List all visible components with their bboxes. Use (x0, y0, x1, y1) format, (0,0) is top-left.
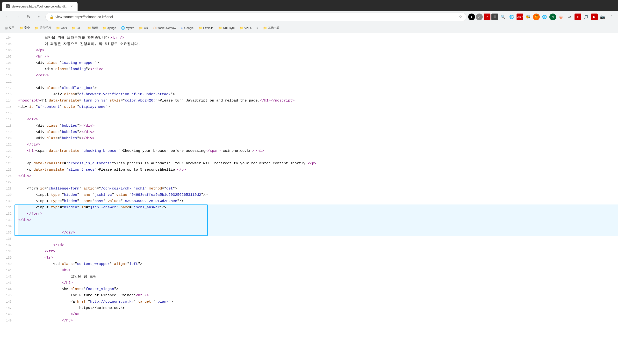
extension-icon-13[interactable]: ● (575, 13, 581, 20)
extension-icon-6[interactable]: 🌐 (508, 13, 515, 21)
bookmark-cd[interactable]: 📁 CD (137, 25, 150, 31)
code-line: </h5> (18, 318, 618, 324)
bookmark-apps[interactable]: ⊞ 应用 (3, 25, 16, 31)
code-line: <div class="loading_wrapper"> (18, 60, 618, 66)
line-number: 140 (2, 261, 12, 267)
code-line: </p> (18, 47, 618, 54)
extension-icon-14[interactable]: 🎵 (582, 13, 590, 21)
bookmark-programming[interactable]: 📁 编程 (85, 25, 100, 31)
bookmark-label: 应用 (9, 26, 14, 30)
more-tools-button[interactable]: ⋮ (607, 13, 615, 21)
code-line: <div class="loading"></div> (18, 66, 618, 73)
code-line: <td class="content_wrapper" align="left"… (18, 261, 618, 267)
bookmark-google[interactable]: G Google (179, 25, 195, 31)
bookmark-more[interactable]: » (255, 25, 260, 31)
line-number: 149 (2, 318, 12, 324)
star-icon[interactable]: ☆ (459, 14, 462, 19)
code-line: <div> (18, 117, 618, 123)
extension-icon-9[interactable]: 🌐 (541, 13, 548, 21)
toolbar-icons: ● A ✕ ☰ 🔍 🌐 ABP 🐝 🍊 🌐 N ◎ //! ● 🎵 ▶ 📷 ⋮ (468, 13, 615, 21)
address-text: view-source:https://coinone.co.kr/landi.… (56, 15, 457, 19)
bookmark-nullbyte[interactable]: 📁 Null Byte (216, 25, 236, 31)
bookmark-exploits[interactable]: 📁 Exploits (196, 25, 215, 31)
bookmark-django[interactable]: 📁 django (101, 25, 118, 31)
code-line: <input type="hidden" name="jschl_vc" val… (18, 192, 618, 198)
extension-icon-8[interactable]: 🍊 (533, 13, 540, 20)
bookmark-v2ex[interactable]: 📁 V2EX (237, 25, 254, 31)
extension-icon-7[interactable]: 🐝 (524, 13, 532, 21)
line-number: 109 (2, 66, 12, 73)
line-number: 122 (2, 148, 12, 154)
folder-icon: 📁 (218, 26, 222, 30)
bookmark-security[interactable]: 📁 安全 (17, 25, 32, 31)
extension-icon-15[interactable]: ▶ (591, 13, 598, 20)
line-number: 139 (2, 255, 12, 261)
code-line (18, 223, 618, 230)
code-line: </div> (18, 173, 618, 179)
line-number: 115 (2, 104, 12, 110)
line-number: 142 (2, 273, 12, 280)
tab-favicon: ⬡ (6, 4, 10, 8)
bookmark-work[interactable]: 📁 work (54, 25, 69, 31)
bookmark-bar: ⊞ 应用 📁 安全 📁 语言学习 📁 work 📁 CTF 📁 编程 📁 dja… (0, 23, 618, 33)
extension-icon-11[interactable]: ◎ (557, 13, 565, 21)
code-line (18, 79, 618, 85)
bookmark-ctf[interactable]: 📁 CTF (70, 25, 84, 31)
code-line: <input type="hidden" id="jschl-answer" n… (18, 205, 618, 211)
extension-icon-12[interactable]: //! (566, 13, 574, 21)
code-line: </div> (18, 230, 618, 236)
active-tab[interactable]: ⬡ view-source:https://coinone.co.kr/land… (2, 2, 77, 11)
code-line: <input type="hidden" name="pass" value="… (18, 198, 618, 205)
code-line: <form id="challenge-form" action="/cdn-c… (18, 186, 618, 192)
line-number: 127 (2, 179, 12, 186)
extension-icon-4[interactable]: ☰ (491, 13, 498, 20)
code-container: 1041051061071081091101111121131141151161… (0, 33, 618, 364)
line-number: 104 (2, 35, 12, 41)
line-number: 137 (2, 242, 12, 248)
code-line: The Future of Finance, Coinone<br /> (18, 292, 618, 299)
line-number: 138 (2, 248, 12, 255)
line-number: 145 (2, 292, 12, 299)
bookmark-label: django (107, 26, 116, 30)
forward-button[interactable]: → (13, 13, 22, 21)
bookmark-label: CD (144, 26, 148, 30)
folder-icon: 📁 (103, 26, 106, 30)
code-line: <div class="bubbles"></div> (18, 129, 618, 135)
extension-icon-16[interactable]: 📷 (599, 13, 606, 21)
code-line: <div class="cloudflare_box"> (18, 85, 618, 91)
bookmark-other[interactable]: 📁 其他书签 (261, 25, 282, 31)
adblock-icon[interactable]: ABP (516, 13, 523, 20)
bookmark-language[interactable]: 📁 语言学习 (33, 25, 53, 31)
toolbar: ← → ↻ ⌂ 🔒 view-source:https://coinone.co… (0, 11, 618, 23)
code-line: <div class="bubbles"></div> (18, 135, 618, 142)
line-number: 147 (2, 305, 12, 311)
code-lines[interactable]: 보안을 위해 브라우저를 확인중입니다.<br /> 이 과정은 자동으로 진행… (14, 33, 618, 364)
address-bar[interactable]: 🔒 view-source:https://coinone.co.kr/land… (45, 13, 466, 21)
code-line: <h2> (18, 267, 618, 273)
bookmark-label: 编程 (92, 26, 98, 30)
code-line: <h1><span data-translate="checking_brows… (18, 148, 618, 154)
extension-icon-10[interactable]: N (549, 13, 556, 20)
bookmark-stackoverflow[interactable]: ⬡ Stack Overflow (151, 25, 178, 31)
line-number: 119 (2, 129, 12, 135)
line-number: 111 (2, 79, 12, 85)
reload-button[interactable]: ↻ (24, 13, 33, 21)
bookmark-mysite[interactable]: 🌐 Mysite (119, 25, 136, 31)
tab-close-button[interactable]: ✕ (69, 4, 74, 8)
code-line: <p data-translate="allow_5_secs">Please … (18, 167, 618, 173)
bookmark-label: Mysite (126, 26, 134, 30)
extension-icon-3[interactable]: ✕ (484, 13, 490, 20)
bookmark-label: CTF (77, 26, 82, 30)
line-number: 105 (2, 41, 12, 47)
code-line: </h2> (18, 280, 618, 286)
extension-icon-2[interactable]: A (476, 13, 483, 20)
more-icon: » (257, 26, 258, 30)
line-number: 132 (2, 211, 12, 217)
back-button[interactable]: ← (3, 13, 12, 21)
home-button[interactable]: ⌂ (35, 13, 43, 21)
code-line (18, 154, 618, 160)
extension-icon-1[interactable]: ● (468, 13, 475, 20)
tab-title: view-source:https://coinone.co.kr/landi.… (12, 5, 67, 8)
bookmark-label: Stack Overflow (156, 26, 176, 30)
extension-icon-5[interactable]: 🔍 (499, 13, 507, 21)
